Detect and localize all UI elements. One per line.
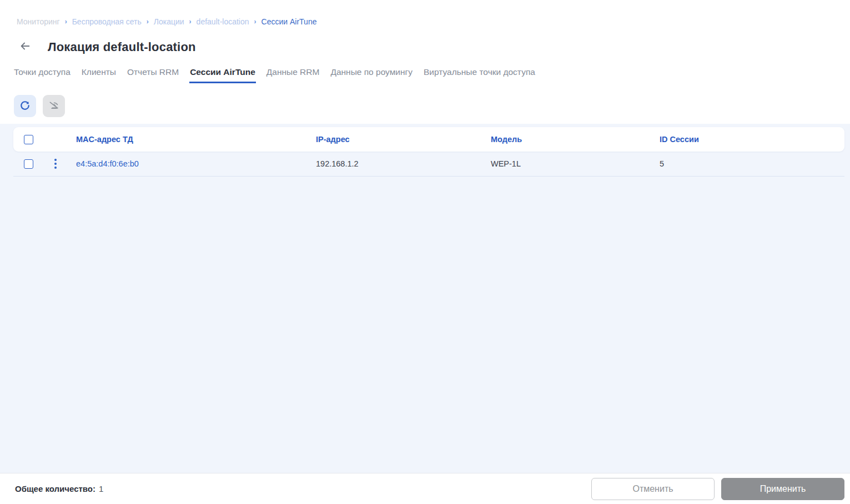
back-button[interactable] bbox=[16, 38, 34, 57]
tab-bar: Точки доступа Клиенты Отчеты RRM Сессии … bbox=[13, 66, 850, 83]
row-ip-address: 192.168.1.2 bbox=[308, 159, 482, 168]
row-mac-address-link[interactable]: e4:5a:d4:f0:6e:b0 bbox=[68, 159, 308, 168]
content-panel: MAC-адрес ТД IP-адрес Модель ID Сессии bbox=[0, 124, 850, 473]
total-count-value: 1 bbox=[99, 484, 103, 493]
refresh-icon bbox=[19, 100, 31, 113]
total-count-label: Общее количество: bbox=[15, 484, 95, 493]
column-header-model[interactable]: Модель bbox=[482, 135, 651, 144]
breadcrumb-separator: › bbox=[65, 18, 67, 26]
breadcrumb-item-wireless-network[interactable]: Беспроводная сеть bbox=[72, 17, 142, 26]
tab-access-points[interactable]: Точки доступа bbox=[13, 66, 71, 83]
breadcrumb-separator: › bbox=[189, 18, 192, 26]
page-title: Локация default-location bbox=[48, 40, 196, 54]
breadcrumb: Мониторинг › Беспроводная сеть › Локации… bbox=[0, 0, 850, 26]
stop-airtune-session-button[interactable] bbox=[43, 95, 65, 117]
column-header-session-id[interactable]: ID Сессии bbox=[651, 135, 844, 144]
total-count: Общее количество: 1 bbox=[15, 484, 103, 493]
column-header-mac[interactable]: MAC-адрес ТД bbox=[68, 135, 308, 144]
row-checkbox[interactable] bbox=[24, 159, 33, 169]
footer-bar: Общее количество: 1 Отменить Применить bbox=[0, 473, 850, 504]
breadcrumb-separator: › bbox=[254, 18, 256, 26]
tab-rrm-reports[interactable]: Отчеты RRM bbox=[127, 66, 179, 83]
breadcrumb-item-default-location[interactable]: default-location bbox=[197, 17, 249, 26]
row-actions-menu-button[interactable] bbox=[49, 157, 62, 171]
breadcrumb-item-airtune-sessions: Сессии AirTune bbox=[261, 17, 317, 26]
arrow-left-icon bbox=[19, 40, 31, 54]
tab-roaming-data[interactable]: Данные по роумингу bbox=[330, 66, 413, 83]
row-session-id: 5 bbox=[651, 159, 844, 168]
table-header-card: MAC-адрес ТД IP-адрес Модель ID Сессии bbox=[13, 127, 844, 152]
breadcrumb-item-locations[interactable]: Локации bbox=[154, 17, 184, 26]
app-window: Мониторинг › Беспроводная сеть › Локации… bbox=[0, 0, 850, 504]
footer-buttons: Отменить Применить bbox=[591, 478, 844, 500]
apply-button[interactable]: Применить bbox=[721, 478, 844, 500]
table-row: e4:5a:d4:f0:6e:b0 192.168.1.2 WEP-1L 5 bbox=[13, 152, 844, 177]
column-header-ip[interactable]: IP-адрес bbox=[308, 135, 482, 144]
tab-airtune-sessions[interactable]: Сессии AirTune bbox=[189, 66, 256, 83]
table-header-row: MAC-адрес ТД IP-адрес Модель ID Сессии bbox=[13, 127, 844, 152]
breadcrumb-item-monitoring[interactable]: Мониторинг bbox=[17, 17, 60, 26]
breadcrumb-separator: › bbox=[147, 18, 149, 26]
wifi-off-icon bbox=[48, 99, 60, 113]
page-header: Локация default-location bbox=[16, 38, 850, 57]
tab-clients[interactable]: Клиенты bbox=[81, 66, 117, 83]
tab-virtual-access-points[interactable]: Виртуальные точки доступа bbox=[423, 66, 536, 83]
cancel-button[interactable]: Отменить bbox=[591, 478, 715, 500]
toolbar bbox=[14, 95, 850, 117]
select-all-checkbox[interactable] bbox=[24, 135, 33, 144]
kebab-icon bbox=[54, 159, 57, 169]
tab-rrm-data[interactable]: Данные RRM bbox=[266, 66, 320, 83]
refresh-button[interactable] bbox=[14, 95, 36, 117]
row-model: WEP-1L bbox=[482, 159, 651, 168]
